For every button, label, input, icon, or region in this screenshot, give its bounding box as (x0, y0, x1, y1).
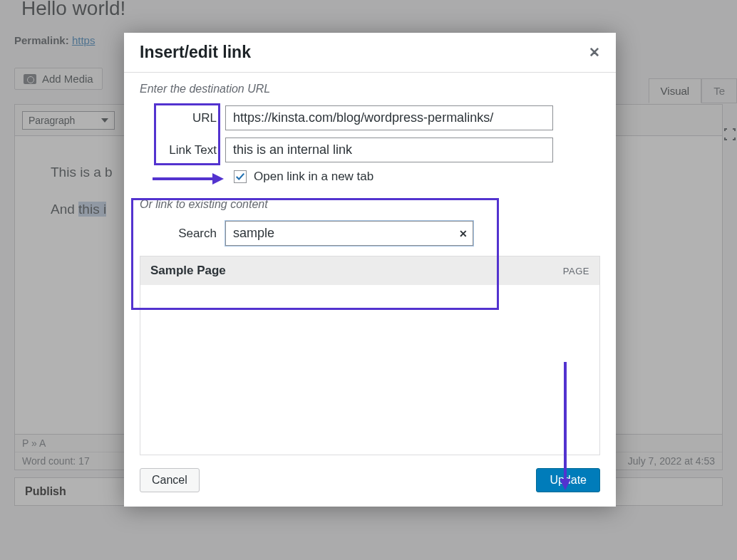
linktext-input[interactable] (225, 138, 553, 162)
search-label: Search (140, 227, 225, 241)
cancel-button[interactable]: Cancel (140, 468, 200, 492)
clear-search-icon[interactable]: ✕ (459, 228, 468, 239)
check-icon (235, 172, 245, 182)
result-title: Sample Page (150, 264, 226, 278)
linktext-row: Link Text (140, 138, 600, 162)
modal-title: Insert/edit link (140, 43, 251, 62)
newtab-row: Open link in a new tab (234, 170, 600, 184)
modal-header: Insert/edit link ✕ (124, 33, 616, 73)
linktext-label: Link Text (140, 143, 225, 157)
newtab-label: Open link in a new tab (254, 170, 373, 184)
url-label: URL (140, 111, 225, 125)
existing-content-label: Or link to existing content (140, 198, 600, 211)
search-row: Search ✕ (140, 221, 600, 246)
search-results: Sample Page PAGE (140, 256, 600, 455)
result-type: PAGE (563, 266, 589, 276)
url-input[interactable] (225, 105, 553, 130)
update-button[interactable]: Update (536, 468, 600, 492)
modal-footer: Cancel Update (124, 458, 616, 507)
modal-body: Enter the destination URL URL Link Text … (124, 73, 616, 458)
url-row: URL (140, 105, 600, 130)
newtab-checkbox[interactable] (234, 170, 247, 183)
close-icon[interactable]: ✕ (589, 44, 600, 61)
search-input[interactable] (225, 221, 473, 246)
search-result-item[interactable]: Sample Page PAGE (140, 256, 599, 285)
enter-url-section-label: Enter the destination URL (140, 83, 600, 95)
search-input-wrap: ✕ (225, 221, 473, 246)
insert-link-modal: Insert/edit link ✕ Enter the destination… (124, 33, 616, 507)
